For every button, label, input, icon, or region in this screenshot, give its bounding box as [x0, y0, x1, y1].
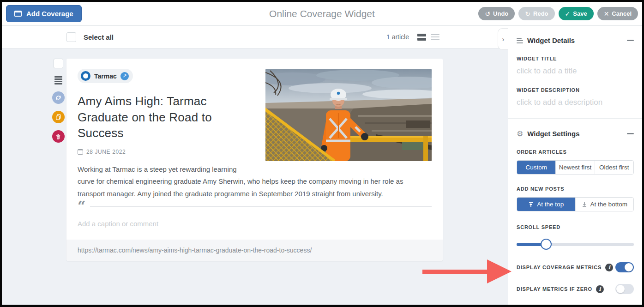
top-toolbar: Add Coverage Online Coverage Widget ↺ Un…: [2, 2, 642, 26]
list-content: Tarmac ↗ Amy Aims High: Tarmac Graduate …: [2, 48, 508, 261]
article-url: https://tarmac.com/news/amy-aims-high-ta…: [66, 240, 443, 261]
widget-title-label: WIDGET TITLE: [517, 56, 634, 61]
external-link-icon[interactable]: ↗: [120, 72, 129, 80]
undo-icon: ↺: [485, 10, 490, 18]
scroll-speed-label: SCROLL SPEED: [517, 224, 634, 230]
order-articles-group: Custom Newest first Oldest first: [517, 160, 634, 175]
chevron-right-icon: ›: [502, 35, 505, 43]
redo-icon: ↻: [525, 10, 530, 18]
slider-thumb[interactable]: [541, 239, 552, 250]
duplicate-article-button[interactable]: [52, 111, 65, 123]
drag-handle-icon[interactable]: [54, 76, 62, 84]
widget-description-input[interactable]: click to add a description: [517, 98, 634, 107]
article-excerpt: Working at Tarmac is a steep yet rewardi…: [78, 163, 410, 200]
toolbar-actions: ↺ Undo ↻ Redo ✓ Save ✕ Cancel: [478, 7, 638, 20]
calendar-icon: [78, 149, 83, 155]
add-coverage-label: Add Coverage: [26, 10, 73, 18]
settings-sidebar: › Widget Details WIDGET TITLE click to a…: [508, 26, 642, 305]
gear-icon: ⚙: [517, 130, 523, 138]
display-metrics-if-zero-label: DISPLAY METRICS IF ZERO: [517, 286, 592, 292]
refresh-icon: [55, 94, 62, 101]
check-icon: ✓: [565, 10, 571, 18]
card-view-icon[interactable]: [417, 34, 426, 41]
article-card: Tarmac ↗ Amy Aims High: Tarmac Graduate …: [66, 59, 443, 261]
widget-settings-header: ⚙ Widget Settings: [517, 119, 634, 138]
browser-window-icon: [14, 11, 22, 17]
widget-settings-title: Widget Settings: [527, 130, 579, 138]
article-date: 28 JUNE 2022: [86, 149, 126, 155]
display-coverage-metrics-row: DISPLAY COVERAGE METRICS i: [517, 262, 634, 272]
delete-article-button[interactable]: [52, 130, 65, 143]
display-coverage-metrics-label: DISPLAY COVERAGE METRICS: [517, 265, 602, 270]
order-custom-button[interactable]: Custom: [517, 161, 555, 174]
add-new-posts-label: ADD NEW POSTS: [517, 186, 634, 192]
sidebar-collapse-button[interactable]: ›: [498, 28, 508, 50]
widget-details-header: Widget Details: [517, 26, 634, 44]
select-all-label: Select all: [84, 33, 114, 41]
details-lines-icon: [517, 38, 523, 43]
list-header: Select all 1 article: [2, 26, 508, 48]
article-list-panel: Select all 1 article: [2, 26, 508, 305]
article-date-row: 28 JUNE 2022: [78, 149, 254, 155]
display-coverage-metrics-toggle[interactable]: [615, 262, 634, 272]
undo-button[interactable]: ↺ Undo: [478, 7, 515, 20]
arrow-to-bottom-icon: [582, 202, 587, 207]
cancel-label: Cancel: [612, 10, 632, 17]
add-position-group: At the top At the bottom: [517, 197, 634, 211]
save-button[interactable]: ✓ Save: [559, 7, 594, 20]
widget-title-input[interactable]: click to add a title: [517, 66, 634, 76]
add-at-bottom-button[interactable]: At the bottom: [575, 198, 634, 211]
list-view-icon[interactable]: [431, 34, 439, 40]
add-coverage-button[interactable]: Add Coverage: [6, 5, 82, 22]
app-window: Add Coverage Online Coverage Widget ↺ Un…: [0, 0, 644, 307]
order-articles-label: ORDER ARTICLES: [517, 149, 634, 155]
article-count: 1 article: [386, 33, 409, 41]
collapse-settings-icon[interactable]: [627, 133, 634, 134]
view-mode-switch: [417, 34, 439, 41]
save-label: Save: [573, 10, 587, 17]
add-at-top-button[interactable]: At the top: [517, 198, 575, 211]
article-checkbox[interactable]: [54, 59, 63, 68]
display-metrics-if-zero-row: DISPLAY METRICS IF ZERO i: [517, 284, 634, 294]
info-icon[interactable]: i: [605, 264, 613, 271]
article-controls: [52, 59, 65, 261]
close-icon: ✕: [604, 10, 609, 18]
trash-icon: [55, 133, 61, 140]
redo-label: Redo: [533, 10, 548, 17]
order-oldest-button[interactable]: Oldest first: [595, 161, 633, 174]
cancel-button[interactable]: ✕ Cancel: [597, 7, 638, 20]
article-image: [265, 69, 432, 161]
arrow-to-top-icon: [528, 202, 534, 207]
scroll-speed-slider[interactable]: [517, 239, 634, 250]
widget-details-title: Widget Details: [527, 36, 575, 44]
select-all-checkbox[interactable]: [66, 32, 76, 42]
source-badge[interactable]: Tarmac ↗: [78, 69, 133, 83]
redo-button[interactable]: ↻ Redo: [518, 7, 554, 20]
quote-icon: “: [78, 203, 85, 211]
info-icon[interactable]: i: [596, 285, 604, 293]
caption-input[interactable]: Add a caption or comment: [78, 220, 432, 228]
caption-divider: “: [78, 200, 432, 211]
refresh-article-button[interactable]: [52, 91, 65, 104]
duplicate-icon: [55, 114, 62, 120]
display-metrics-if-zero-toggle[interactable]: [615, 284, 634, 294]
order-newest-button[interactable]: Newest first: [555, 161, 594, 174]
tarmac-logo-icon: [81, 71, 90, 81]
collapse-details-icon[interactable]: [627, 40, 634, 41]
undo-label: Undo: [493, 10, 508, 17]
widget-description-label: WIDGET DESCRIPTION: [517, 87, 634, 93]
source-name: Tarmac: [94, 72, 117, 80]
